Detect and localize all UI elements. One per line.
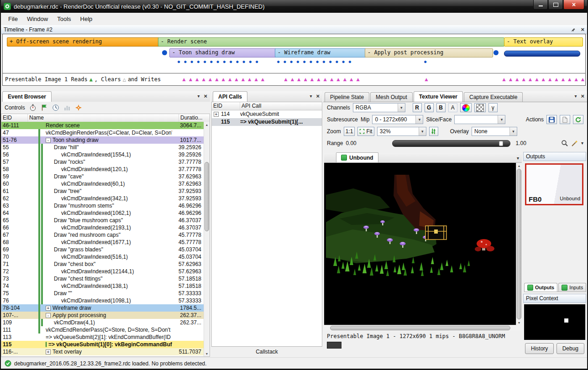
timeline-marker-render-scene[interactable]: - Render scene [158, 37, 504, 47]
blue-channel-button[interactable]: B [436, 103, 446, 112]
timeline-post-draw-dot[interactable]: ● [424, 58, 430, 65]
event-row[interactable]: 109 vkCmdDraw(4,1) 262.37... [1, 319, 204, 326]
event-row[interactable]: 70 vkCmdDrawIndexed(516,1) 45.03704 [1, 253, 204, 261]
pixel-context-view[interactable] [524, 304, 585, 340]
event-row[interactable]: 71 Draw "chest box" 57.62963 [1, 261, 204, 268]
export-texture-button[interactable] [560, 115, 570, 124]
timeline-marker-post[interactable]: - Apply post processing [365, 48, 493, 57]
stats-icon[interactable] [63, 104, 71, 111]
autofit-wand-button[interactable] [571, 140, 578, 147]
timer-icon[interactable] [29, 104, 37, 111]
panel-close-icon[interactable]: × [204, 94, 207, 99]
timeline-close-icon[interactable]: × [581, 27, 584, 32]
event-row[interactable]: 67 Draw "red mushroom caps" 45.77778 [1, 231, 204, 239]
event-row[interactable]: 76 vkCmdDrawIndexed(1098,1) 57.33333 [1, 297, 204, 304]
expander-icon[interactable] [214, 120, 219, 125]
tab-texture-viewer[interactable]: Texture Viewer [414, 91, 463, 102]
event-row[interactable]: 59 Draw "cave" 37.62963 [1, 173, 204, 180]
channels-dropdown[interactable]: RGBA ▾ [353, 103, 405, 112]
timeline-marker-offscreen[interactable]: + Off-screen scene rendering [7, 37, 159, 47]
zoom-dropdown[interactable]: 32% ▾ [377, 127, 426, 136]
timeline-marker-toon[interactable]: - Toon shading draw [169, 48, 277, 57]
expander-icon[interactable]: - [46, 138, 51, 143]
event-row[interactable]: 61 Draw "tree" 37.92593 [1, 188, 204, 195]
event-row[interactable]: 72 vkCmdDrawIndexed(12144,1) 57.62963 [1, 268, 204, 275]
scrollbar-thumb[interactable] [330, 326, 510, 330]
range-slider-handle[interactable] [499, 141, 503, 146]
pin-icon[interactable] [571, 27, 576, 32]
scroll-down-icon[interactable]: ▼ [204, 351, 210, 356]
event-row[interactable]: 115 => vkQueueSubmit(1)[0]: vkBeginComma… [1, 341, 204, 348]
expander-icon[interactable]: - [46, 313, 51, 318]
texture-vertical-scrollbar[interactable]: ▲ ▼ [516, 163, 522, 325]
tab-pipeline-state[interactable]: Pipeline State [325, 92, 369, 102]
scrollbar-thumb[interactable] [205, 162, 209, 231]
fit-button[interactable]: Fit [357, 127, 374, 136]
zoom-1to1-button[interactable]: 1:1 [344, 127, 355, 136]
bookmark-flag-icon[interactable] [41, 104, 48, 111]
flip-y-button[interactable] [429, 127, 438, 136]
timeline-marker-text-overlay[interactable]: - Text overlay [504, 37, 583, 47]
overlay-dropdown[interactable]: None ▾ [472, 127, 517, 136]
scroll-up-icon[interactable]: ▲ [204, 122, 210, 127]
panel-close-icon[interactable]: × [316, 94, 320, 99]
menu-window[interactable]: Window [22, 14, 52, 24]
window-title-bar[interactable]: debugmarker.rdc - RenderDoc Unofficial r… [1, 0, 587, 13]
gamma-button[interactable]: γ [488, 103, 498, 112]
close-button[interactable]: × [563, 0, 584, 10]
tab-unbound-texture[interactable]: Unbound [336, 152, 378, 162]
panel-menu-icon[interactable]: ▾ [574, 94, 577, 99]
event-row[interactable]: 62 vkCmdDrawIndexed(342,1) 37.92593 [1, 195, 204, 202]
event-row[interactable]: 68 vkCmdDrawIndexed(1677,1) 45.77778 [1, 239, 204, 246]
panel-close-icon[interactable]: × [581, 94, 584, 99]
event-row[interactable]: 64 vkCmdDrawIndexed(1062,1) 46.96296 [1, 209, 204, 217]
expander-icon[interactable]: + [46, 349, 51, 354]
event-row[interactable]: 78-104 +Wireframe draw 1784.5... [1, 304, 204, 312]
texture-list-chevron-icon[interactable]: ▾ [517, 156, 519, 161]
red-channel-button[interactable]: R [413, 103, 422, 112]
scroll-down-icon[interactable]: ▼ [516, 320, 522, 325]
api-call-row[interactable]: 115 => vkQueueSubmit(1)[... [212, 118, 322, 126]
scrollbar-thumb[interactable] [517, 169, 521, 319]
event-row[interactable]: 113 => vkQueueSubmit(2)[1]: vkEndCommand… [1, 334, 204, 341]
event-row[interactable]: 47 vkCmdBeginRenderPass(C=Clear, D=Clear… [1, 129, 204, 136]
minimize-button[interactable] [533, 0, 548, 10]
write-triangle-single[interactable]: ▲ [424, 73, 430, 85]
tab-api-calls[interactable]: API Calls [213, 91, 247, 102]
event-row[interactable]: 66 vkCmdDrawIndexed(2193,1) 46.37037 [1, 224, 204, 231]
event-row[interactable]: 69 Draw "grass blades" 45.03704 [1, 246, 204, 253]
pixel-pick-button[interactable] [561, 140, 568, 147]
timeline-wireframe-draw-dots[interactable]: ●●●●●●●●●●●● [277, 58, 355, 65]
event-row[interactable]: 63 Draw "mushroom stems" 46.96296 [1, 202, 204, 209]
scroll-up-icon[interactable]: ▲ [516, 163, 522, 168]
event-row[interactable]: 57 Draw "rocks" 37.77778 [1, 158, 204, 166]
panel-menu-icon[interactable]: ▾ [310, 94, 312, 99]
timeline-draw-dot[interactable] [493, 50, 499, 55]
event-row[interactable]: 74 vkCmdDrawIndexed(138,1) 57.18518 [1, 282, 204, 290]
event-row[interactable]: 60 vkCmdDrawIndexed(60,1) 37.62963 [1, 180, 204, 188]
texture-canvas[interactable] [324, 163, 516, 325]
menu-tools[interactable]: Tools [52, 14, 75, 24]
event-row[interactable]: 65 Draw "blue mushroom caps" 46.37037 [1, 217, 204, 224]
tab-inputs[interactable]: Inputs [558, 283, 586, 292]
save-texture-button[interactable] [546, 115, 557, 124]
color-wheel-button[interactable] [460, 103, 472, 112]
event-row[interactable]: 73 Draw "chest fittings" 57.18518 [1, 275, 204, 282]
event-row[interactable]: 51-76 -Toon shading draw 1017.7... [1, 136, 204, 144]
debug-button[interactable]: Debug [556, 343, 584, 354]
expander-icon[interactable]: + [46, 306, 51, 311]
alpha-channel-button[interactable]: A [448, 103, 457, 112]
refresh-button[interactable] [573, 115, 583, 124]
panel-menu-icon[interactable]: ▾ [197, 94, 200, 99]
green-channel-button[interactable]: G [425, 103, 434, 112]
event-browser-scrollbar[interactable]: ▲ ▼ [204, 122, 210, 356]
event-row[interactable]: 55 Draw "hill" 39.25926 [1, 144, 204, 151]
event-row[interactable]: 58 vkCmdDrawIndexed(120,1) 37.77778 [1, 166, 204, 173]
expander-icon[interactable]: + [214, 112, 219, 117]
toolbar-overflow-icon[interactable]: ▾ [581, 141, 583, 146]
event-row[interactable]: 111 vkCmdEndRenderPass(C=Store, D=Store,… [1, 326, 204, 334]
history-button[interactable]: History [525, 343, 554, 354]
event-row[interactable]: 46-111 Render scene 3064.7... [1, 122, 204, 129]
write-triangles-group[interactable]: ▲▲▲▲▲▲▲▲▲▲▲▲▲ [501, 73, 587, 85]
alpha-background-button[interactable] [474, 103, 486, 112]
